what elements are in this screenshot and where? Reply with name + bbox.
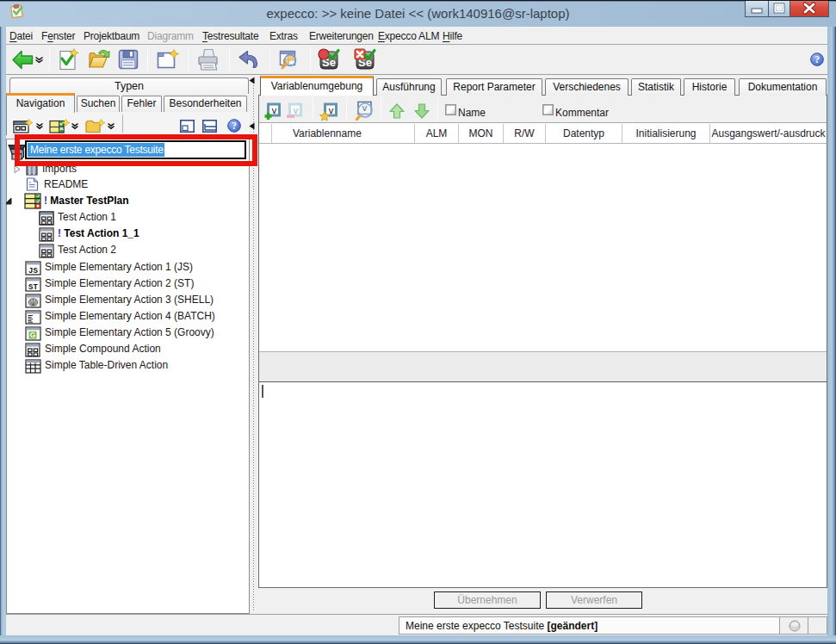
svg-text:?: ?: [232, 121, 237, 131]
svg-text:v: v: [329, 105, 334, 115]
svg-text:G: G: [30, 331, 36, 339]
svg-text:?: ?: [814, 54, 820, 65]
svg-text:v: v: [272, 105, 277, 115]
svg-text:ST: ST: [28, 283, 38, 292]
svg-text:v: v: [294, 105, 299, 115]
svg-text:JS: JS: [28, 267, 38, 276]
